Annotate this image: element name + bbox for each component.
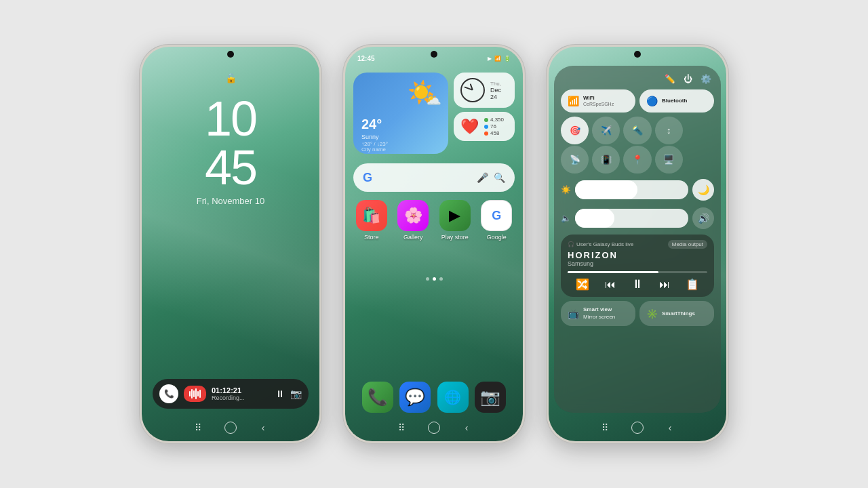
recording-pause-button[interactable]: ⏸ xyxy=(275,388,285,399)
media-progress-bar[interactable] xyxy=(568,271,707,273)
brightness-icon: ☀️ xyxy=(561,185,571,195)
bottom-navigation-control: ⠿ ‹ xyxy=(549,421,726,434)
phone-homescreen: 12:45 ▶📶🔋 ☀️ ⛅ 24° Sunny ↑28° / ↓23° Cit… xyxy=(342,44,526,444)
clock-date: Thu, Dec 24 xyxy=(490,81,508,100)
volume-end-btn[interactable]: 🔊 xyxy=(692,207,714,229)
page-indicators xyxy=(345,277,523,281)
display-btn[interactable]: 🖥️ xyxy=(655,146,683,174)
recording-info: 01:12:21 Recording... xyxy=(212,386,270,401)
media-controls: 🔀 ⏮ ⏸ ⏭ 📋 xyxy=(568,277,707,291)
front-camera-lockscreen xyxy=(227,51,234,58)
dock-messages[interactable]: 💬 xyxy=(399,382,431,413)
media-song-title: HORIZON xyxy=(568,250,707,260)
media-next-btn[interactable]: ⏭ xyxy=(659,279,670,291)
calories-count: 458 xyxy=(490,130,499,136)
lockscreen-minutes: 45 xyxy=(142,143,319,192)
nav-home-home[interactable] xyxy=(427,421,441,434)
recording-camera-button[interactable]: 📷 xyxy=(290,388,302,399)
front-camera-control xyxy=(634,51,641,58)
nfc-btn[interactable]: 📳 xyxy=(592,146,620,174)
play-store-label: Play store xyxy=(441,234,469,241)
nav-back-ctrl[interactable]: ‹ xyxy=(663,421,677,434)
dark-mode-btn[interactable]: 🌙 xyxy=(692,179,714,201)
dock-camera[interactable]: 📷 xyxy=(475,382,506,413)
voice-search-icon[interactable]: 🎤 xyxy=(477,172,488,183)
airplane-btn[interactable]: ✈️ xyxy=(592,117,620,144)
weather-cloud-icon: ⛅ xyxy=(425,92,441,108)
status-time: 12:45 xyxy=(357,55,375,62)
lens-search-icon[interactable]: 🔍 xyxy=(494,172,505,183)
wifi-icon: 📶 xyxy=(568,96,579,106)
app-store[interactable]: 🛍️ Store xyxy=(353,200,390,241)
bluetooth-toggle[interactable]: 🔵 Bluetooth xyxy=(639,89,714,113)
smart-view-text: Smart view Mirror screen xyxy=(583,306,615,321)
brightness-slider-row: ☀️ 🌙 xyxy=(561,178,714,202)
brightness-track[interactable] xyxy=(575,180,688,199)
smart-view-btn[interactable]: 📺 Smart view Mirror screen xyxy=(561,301,635,326)
health-widget[interactable]: ❤️ 4,350 76 4 xyxy=(454,112,515,141)
clock-widget[interactable]: Thu, Dec 24 xyxy=(454,73,515,108)
recording-waveform xyxy=(184,386,206,402)
app-gallery[interactable]: 🌸 Gallery xyxy=(395,200,432,241)
recording-timer: 01:12:21 xyxy=(212,386,270,394)
app-google[interactable]: G Google xyxy=(479,200,515,241)
volume-slider-row: 🔈 🔊 xyxy=(561,206,714,230)
media-player-card: 🎧 User's Galaxy Buds live Media output H… xyxy=(561,235,714,297)
right-widgets: Thu, Dec 24 ❤️ 4,350 xyxy=(454,73,515,154)
google-label: Google xyxy=(487,234,507,241)
weather-description: Sunny xyxy=(361,134,379,140)
app-dock: 📞 💬 🌐 📷 xyxy=(359,382,509,413)
control-top-row: ✏️ ⏻ ⚙️ xyxy=(561,73,714,85)
nav-recents-home[interactable]: ⠿ xyxy=(395,421,408,434)
volume-icon: 🔈 xyxy=(561,214,571,223)
lock-icon: 🔒 xyxy=(225,73,237,83)
media-prev-btn[interactable]: ⏮ xyxy=(605,279,616,291)
nav-recents-ctrl[interactable]: ⠿ xyxy=(598,421,612,434)
phone-lockscreen: 🔒 10 45 Fri, November 10 📞 01:12:21 Reco… xyxy=(139,44,322,444)
dock-browser[interactable]: 🌐 xyxy=(437,382,469,413)
media-artist-name: Samsung xyxy=(568,260,707,267)
page-dot-1 xyxy=(426,277,429,281)
smart-things-btn[interactable]: ✳️ SmartThings xyxy=(639,301,714,326)
power-icon[interactable]: ⏻ xyxy=(684,74,692,84)
lockscreen-date: Fri, November 10 xyxy=(142,196,319,206)
volume-track[interactable] xyxy=(575,209,688,228)
gallery-label: Gallery xyxy=(403,234,423,241)
media-output-button[interactable]: Media output xyxy=(668,240,707,249)
edit-icon[interactable]: ✏️ xyxy=(665,74,675,84)
google-search-bar[interactable]: G 🎤 🔍 xyxy=(353,163,515,192)
settings-icon[interactable]: ⚙️ xyxy=(701,74,711,84)
gallery-icon: 🌸 xyxy=(397,200,429,231)
app-play-store[interactable]: ▶ Play store xyxy=(437,200,473,241)
nav-back-home[interactable]: ‹ xyxy=(460,421,473,434)
location-btn[interactable]: 🎯 xyxy=(561,117,589,144)
front-camera-homescreen xyxy=(431,51,437,58)
media-playlist-btn[interactable]: 📋 xyxy=(686,278,699,291)
wifi-toggle[interactable]: 📶 WiFi CeRSpeSGHz xyxy=(561,89,635,113)
widgets-row: ☀️ ⛅ 24° Sunny ↑28° / ↓23° City name xyxy=(353,73,515,154)
nav-home-ctrl[interactable] xyxy=(631,421,644,434)
flashlight-btn[interactable]: 🔦 xyxy=(623,117,651,144)
quick-access-row: 📺 Smart view Mirror screen ✳️ SmartThing… xyxy=(561,301,714,326)
media-device-label: 🎧 User's Galaxy Buds live xyxy=(568,241,633,247)
dock-phone[interactable]: 📞 xyxy=(362,382,393,413)
weather-temperature: 24° xyxy=(361,117,382,132)
media-shuffle-btn[interactable]: 🔀 xyxy=(576,278,589,291)
health-stats: 4,350 76 458 xyxy=(484,116,504,137)
weather-widget[interactable]: ☀️ ⛅ 24° Sunny ↑28° / ↓23° City name xyxy=(353,73,448,154)
earbuds-icon: 🎧 xyxy=(568,241,574,247)
steps-count: 4,350 xyxy=(490,117,504,123)
google-logo: G xyxy=(363,171,372,185)
gps-btn[interactable]: 📍 xyxy=(623,146,651,174)
nav-back-lockscreen[interactable]: ‹ xyxy=(256,421,270,434)
recording-phone-icon: 📞 xyxy=(159,384,178,403)
recording-label: Recording... xyxy=(212,394,270,401)
nav-home-lockscreen[interactable] xyxy=(224,421,237,434)
nav-recents-lockscreen[interactable]: ⠿ xyxy=(191,421,205,434)
data-transfer-btn[interactable]: ↕️ xyxy=(655,117,683,144)
cast-btn[interactable]: 📡 xyxy=(561,146,589,174)
recording-bar[interactable]: 📞 01:12:21 Recording... ⏸ 📷 xyxy=(153,379,309,409)
google-icon: G xyxy=(481,200,512,231)
media-play-btn[interactable]: ⏸ xyxy=(631,277,644,291)
store-label: Store xyxy=(364,234,379,241)
